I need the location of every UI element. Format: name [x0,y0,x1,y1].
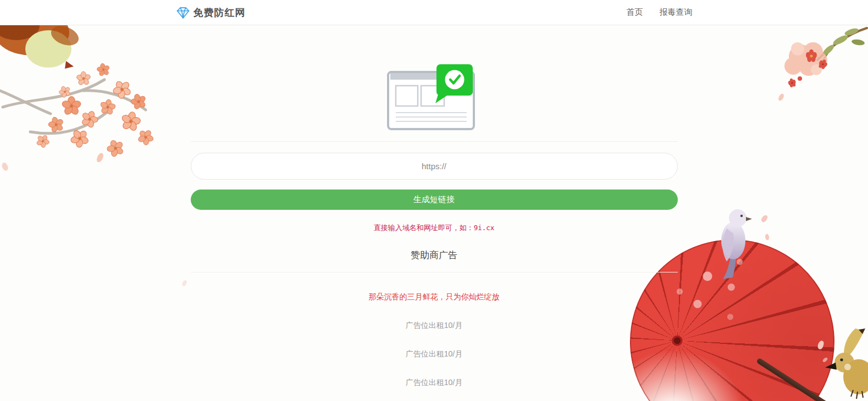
petal-decoration [1,162,9,172]
nav-links: 首页 报毒查询 [627,7,693,18]
ad-slot-link[interactable]: 广告位出租10/月 [191,349,678,359]
input-tip-text: 直接输入域名和网址即可，如： [374,224,474,232]
petal-decoration [764,233,770,241]
ad-slot-link[interactable]: 广告位出租10/月 [191,378,678,388]
petal-decoration [181,280,187,287]
diamond-icon [176,5,190,20]
brand-home-link[interactable]: 免费防红网 [176,5,246,20]
generate-shortlink-button[interactable]: 生成短链接 [191,190,678,210]
petal-decoration [822,357,828,363]
nav-link-virus-report[interactable]: 报毒查询 [660,7,693,18]
yellow-bird-icon [825,328,868,401]
input-tip-example: 9i.cx [474,224,495,232]
brand-title: 免费防红网 [193,6,246,19]
url-input[interactable] [191,153,678,180]
perched-bird-icon [710,203,757,280]
sponsor-featured-ad[interactable]: 那朵沉香的三月鲜花，只为你灿烂绽放 [191,292,678,302]
main-content: 生成短链接 直接输入域名和网址即可，如：9i.cx 赞助商广告 那朵沉香的三月鲜… [191,63,678,388]
petal-decoration [817,340,824,350]
watercolor-blossoms-bird-left [0,25,154,162]
navbar: 免费防红网 首页 报毒查询 [0,0,868,25]
section-divider [191,272,678,272]
input-tip: 直接输入域名和网址即可，如：9i.cx [191,223,678,233]
hero-illustration [191,63,678,131]
watercolor-blossoms-right [758,25,868,113]
navbar-container: 免费防红网 首页 报毒查询 [176,0,693,25]
nav-link-home[interactable]: 首页 [627,7,643,18]
ad-slot-link[interactable]: 广告位出租10/月 [191,321,678,331]
petal-decoration [760,214,769,224]
browser-check-illustration [386,63,482,131]
umbrella-handle-art [756,358,829,401]
section-divider [191,141,678,142]
sponsor-heading: 赞助商广告 [191,249,678,261]
